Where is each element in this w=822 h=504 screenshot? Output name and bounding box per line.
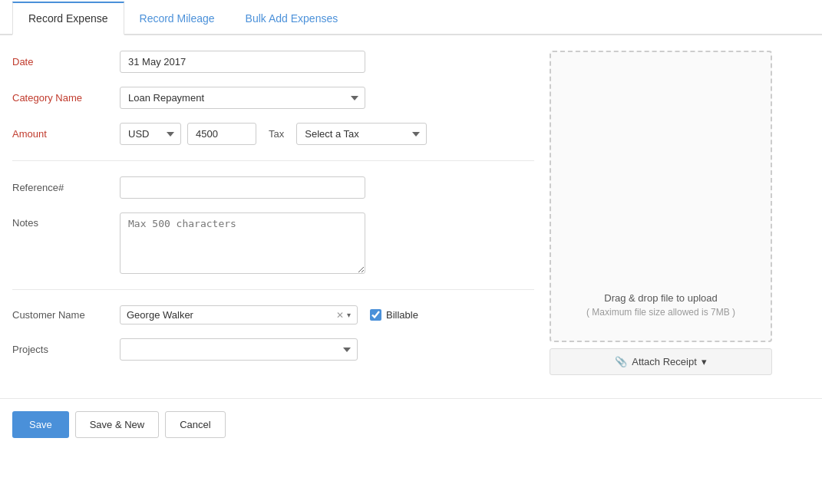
notes-row: Notes [12,212,534,274]
billable-checkbox[interactable] [370,309,381,321]
amount-input[interactable] [187,123,256,145]
form-section: Date Category Name Loan Repayment Amount… [12,51,534,375]
save-button[interactable]: Save [12,411,69,438]
upload-panel: Drag & drop file to upload ( Maximum fil… [550,51,772,375]
date-label: Date [12,56,120,68]
date-input[interactable] [120,51,365,73]
drop-zone[interactable]: Drag & drop file to upload ( Maximum fil… [550,51,772,342]
customer-row: Customer Name George Walker ✕ ▾ Billable [12,305,534,324]
customer-clear-icon[interactable]: ✕ [336,310,344,321]
billable-label: Billable [386,309,418,321]
amount-controls: USD Tax Select a Tax [120,123,427,145]
projects-row: Projects [12,338,534,361]
category-row: Category Name Loan Repayment [12,87,534,109]
cancel-button[interactable]: Cancel [165,411,225,438]
divider-1 [12,160,534,161]
customer-label: Customer Name [12,309,120,321]
notes-label: Notes [12,212,120,229]
amount-row: Amount USD Tax Select a Tax [12,123,534,145]
customer-value: George Walker [127,309,336,321]
paperclip-icon: 📎 [615,356,627,367]
customer-dropdown-icon: ▾ [347,311,351,319]
reference-label: Reference# [12,182,120,193]
attach-receipt-button[interactable]: 📎 Attach Receipt ▾ [550,348,772,375]
billable-wrap: Billable [370,309,418,321]
tabs-bar: Record Expense Record Mileage Bulk Add E… [0,0,822,35]
reference-row: Reference# [12,176,534,199]
tab-record-expense[interactable]: Record Expense [12,2,124,35]
tax-select[interactable]: Select a Tax [296,123,427,145]
date-row: Date [12,51,534,73]
category-label: Category Name [12,92,120,104]
projects-select[interactable] [120,338,358,361]
save-new-button[interactable]: Save & New [75,411,160,438]
attach-receipt-label: Attach Receipt [632,356,697,367]
tax-label: Tax [269,128,284,140]
reference-input[interactable] [120,176,365,199]
amount-label: Amount [12,128,120,140]
tab-record-mileage[interactable]: Record Mileage [124,2,230,35]
projects-label: Projects [12,344,120,355]
category-select[interactable]: Loan Repayment [120,87,365,109]
divider-2 [12,289,534,290]
notes-textarea[interactable] [120,212,365,274]
attach-dropdown-icon: ▾ [702,356,707,367]
drop-zone-text: Drag & drop file to upload [604,292,717,304]
customer-select-wrap[interactable]: George Walker ✕ ▾ [120,305,358,324]
drop-zone-sub: ( Maximum file size allowed is 7MB ) [586,307,735,318]
currency-select[interactable]: USD [120,123,181,145]
footer-bar: Save Save & New Cancel [0,398,822,450]
tab-bulk-add-expenses[interactable]: Bulk Add Expenses [230,2,354,35]
main-content: Date Category Name Loan Repayment Amount… [0,35,822,390]
